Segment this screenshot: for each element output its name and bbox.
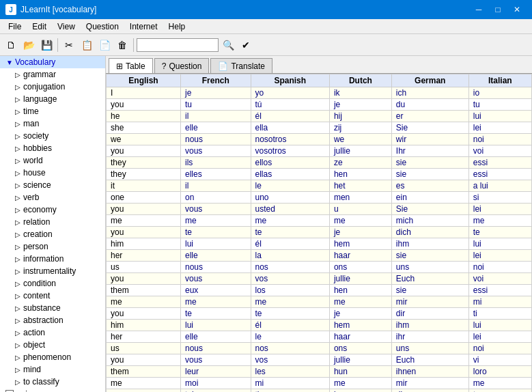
- table-row[interactable]: itillehetesa lui: [107, 180, 532, 192]
- table-row[interactable]: youvousvosjullieEuchvoi: [107, 273, 532, 285]
- tab-translate[interactable]: 📄 Translate: [210, 58, 272, 73]
- table-row[interactable]: Ijeyoikichio: [107, 87, 532, 99]
- table-cell: me: [180, 215, 251, 227]
- sidebar-item-unique[interactable]: unique: [0, 388, 105, 392]
- sidebar-item-world[interactable]: ▷ world: [0, 154, 105, 167]
- table-row[interactable]: herellelahaarsielei: [107, 250, 532, 262]
- table-row[interactable]: herellelehaarihrlei: [107, 331, 532, 343]
- table-cell: leur: [180, 366, 251, 378]
- sidebar-item-information[interactable]: ▷ information: [0, 253, 105, 265]
- table-row[interactable]: sheelleellazijSielei: [107, 122, 532, 134]
- sidebar-item-instrumentality[interactable]: ▷ instrumentality: [0, 265, 105, 277]
- table-row[interactable]: theyellesellashensieessi: [107, 169, 532, 180]
- toolbar-open[interactable]: 📂: [20, 37, 37, 53]
- menu-view[interactable]: View: [52, 20, 81, 33]
- table-row[interactable]: mememememirmi: [107, 296, 532, 308]
- menu-internet[interactable]: Internet: [124, 20, 163, 33]
- menu-edit[interactable]: Edit: [27, 20, 52, 33]
- toolbar-paste[interactable]: 📄: [96, 37, 113, 53]
- toolbar-new[interactable]: 🗋: [3, 37, 19, 53]
- table-cell: he: [107, 111, 181, 122]
- expand-icon: ▷: [14, 181, 22, 189]
- sidebar-item-relation[interactable]: ▷ relation: [0, 216, 105, 228]
- search-input[interactable]: [137, 38, 219, 52]
- sidebar-item-hobbies[interactable]: ▷ hobbies: [0, 142, 105, 154]
- sidebar-item-content[interactable]: ▷ content: [0, 290, 105, 302]
- sidebar-item-abstraction[interactable]: ▷ abstraction: [0, 314, 105, 326]
- close-button[interactable]: ✕: [507, 3, 527, 16]
- table-row[interactable]: youvoususteduSielei: [107, 204, 532, 215]
- table-cell: dir: [391, 389, 468, 393]
- table-row[interactable]: youtoitijedirte: [107, 389, 532, 393]
- search-button[interactable]: 🔍: [220, 37, 236, 53]
- menu-question[interactable]: Question: [81, 20, 124, 33]
- table-row[interactable]: youvousvosjullieEuchvi: [107, 354, 532, 366]
- table-row[interactable]: memoimimemirme: [107, 378, 532, 389]
- table-cell: noi: [468, 134, 531, 145]
- table-cell: jullie: [329, 145, 391, 157]
- table-cell: you: [107, 273, 181, 285]
- sidebar-item-action[interactable]: ▷ action: [0, 326, 105, 339]
- sidebar-item-science[interactable]: ▷ science: [0, 179, 105, 191]
- sidebar-label: condition: [23, 279, 56, 288]
- menu-help[interactable]: Help: [163, 20, 191, 33]
- table-row[interactable]: usnousnosonsunsnoi: [107, 262, 532, 273]
- table-row[interactable]: youvousvosotrosjullieIhrvoi: [107, 145, 532, 157]
- tab-question[interactable]: ? Question: [154, 58, 210, 73]
- sidebar-item-conjugation[interactable]: ▷ conjugation: [0, 81, 105, 93]
- table-cell: te: [180, 308, 251, 320]
- table-cell: du: [391, 99, 468, 111]
- sidebar-item-mind[interactable]: ▷ mind: [0, 363, 105, 376]
- toolbar-check[interactable]: ✔: [238, 37, 254, 53]
- vocabulary-table-area[interactable]: English French Spanish Dutch German Ital…: [106, 74, 532, 392]
- toolbar-save[interactable]: 💾: [38, 37, 55, 53]
- table-row[interactable]: themleurleshunihnenloro: [107, 366, 532, 378]
- sidebar-item-society[interactable]: ▷ society: [0, 130, 105, 142]
- table-row[interactable]: theyilselloszesieessi: [107, 157, 532, 169]
- table-cell: one: [107, 192, 181, 204]
- sidebar-item-substance[interactable]: ▷ substance: [0, 302, 105, 314]
- table-row[interactable]: mememememichme: [107, 215, 532, 227]
- sidebar-item-house[interactable]: ▷ house: [0, 167, 105, 179]
- table-row[interactable]: himluiélhemihmlui: [107, 320, 532, 331]
- toolbar-copy[interactable]: 📋: [79, 37, 95, 53]
- sidebar-item-creation[interactable]: ▷ creation: [0, 228, 105, 240]
- table-row[interactable]: yoututújedutu: [107, 99, 532, 111]
- sidebar-item-grammar[interactable]: ▷ grammar: [0, 68, 105, 81]
- table-cell: ti: [468, 308, 531, 320]
- table-row[interactable]: youtetejedirti: [107, 308, 532, 320]
- toolbar-delete[interactable]: 🗑: [114, 37, 130, 53]
- sidebar-item-phenomenon[interactable]: ▷ phenomenon: [0, 351, 105, 363]
- toolbar-cut[interactable]: ✂: [61, 37, 77, 53]
- sidebar-item-verb[interactable]: ▷ verb: [0, 191, 105, 204]
- sidebar-item-man[interactable]: ▷ man: [0, 117, 105, 130]
- sidebar-item-time[interactable]: ▷ time: [0, 105, 105, 117]
- tab-table[interactable]: ⊞ Table: [109, 58, 153, 73]
- table-row[interactable]: themeuxloshensieessi: [107, 285, 532, 296]
- table-row[interactable]: oneonunomeneinsi: [107, 192, 532, 204]
- table-cell: hem: [329, 238, 391, 250]
- table-row[interactable]: himluiélhemihmlui: [107, 238, 532, 250]
- sidebar-item-language[interactable]: ▷ language: [0, 93, 105, 105]
- table-cell: you: [107, 227, 181, 238]
- menu-file[interactable]: File: [3, 20, 27, 33]
- table-cell: lui: [468, 111, 531, 122]
- table-cell: io: [468, 87, 531, 99]
- sidebar-item-object[interactable]: ▷ object: [0, 339, 105, 351]
- minimize-button[interactable]: ─: [469, 3, 488, 16]
- table-cell: hen: [329, 285, 391, 296]
- table-row[interactable]: heilélhijerlui: [107, 111, 532, 122]
- sidebar-item-vocabulary[interactable]: ▼ Vocabulary: [0, 56, 105, 68]
- table-row[interactable]: youtetejedichte: [107, 227, 532, 238]
- sidebar-item-to-classify[interactable]: ▷ to classify: [0, 376, 105, 388]
- table-row[interactable]: usnousnosonsunsnoi: [107, 343, 532, 354]
- table-cell: toi: [180, 389, 251, 393]
- table-row[interactable]: wenousnosotroswewirnoi: [107, 134, 532, 145]
- table-cell: vi: [468, 354, 531, 366]
- table-cell: you: [107, 204, 181, 215]
- sidebar-item-economy[interactable]: ▷ economy: [0, 204, 105, 216]
- sidebar-item-person[interactable]: ▷ person: [0, 240, 105, 253]
- table-cell: te: [468, 389, 531, 393]
- sidebar-item-condition[interactable]: ▷ condition: [0, 277, 105, 290]
- maximize-button[interactable]: □: [488, 3, 507, 16]
